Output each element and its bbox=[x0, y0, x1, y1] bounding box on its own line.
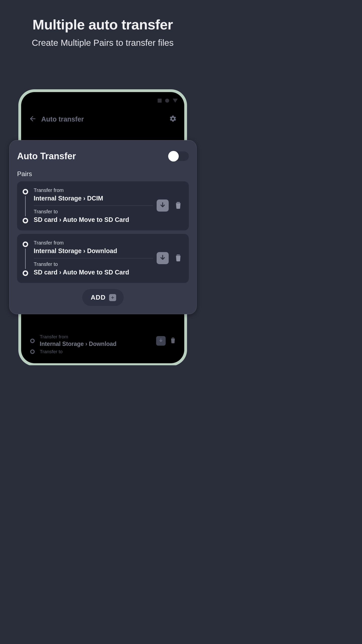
from-path[interactable]: Internal Storage › DCIM bbox=[34, 195, 153, 205]
step-dot-icon bbox=[23, 189, 28, 194]
delete-pair-button[interactable] bbox=[173, 253, 183, 263]
plus-icon bbox=[109, 294, 116, 301]
camera-punchhole bbox=[26, 98, 35, 107]
marketing-heading: Multiple auto transfer Create Multiple P… bbox=[0, 0, 205, 48]
download-icon[interactable] bbox=[156, 336, 166, 346]
appbar-title: Auto transfer bbox=[41, 115, 165, 123]
arrow-down-icon bbox=[159, 202, 166, 210]
transfer-now-button[interactable] bbox=[157, 199, 169, 212]
trash-icon bbox=[174, 253, 183, 263]
trash-icon[interactable] bbox=[169, 336, 177, 345]
pair-card: Transfer from Internal Storage › Downloa… bbox=[17, 234, 189, 283]
bg-from-path: Internal Storage › Download bbox=[40, 341, 151, 347]
background-pair-peek: Transfer from Internal Storage › Downloa… bbox=[29, 334, 177, 356]
delete-pair-button[interactable] bbox=[173, 200, 183, 211]
step-dot-icon bbox=[30, 339, 35, 343]
status-bar bbox=[21, 92, 184, 103]
from-label: Transfer from bbox=[34, 187, 153, 193]
toggle-knob bbox=[168, 151, 179, 162]
divider bbox=[34, 258, 153, 258]
nav-back-icon bbox=[173, 99, 178, 103]
step-dot-icon bbox=[23, 242, 28, 247]
step-indicator bbox=[23, 187, 28, 223]
add-pair-button[interactable]: ADD bbox=[82, 289, 124, 306]
step-connector bbox=[25, 196, 26, 216]
step-dot-icon bbox=[23, 218, 28, 223]
transfer-now-button[interactable] bbox=[157, 252, 169, 264]
heading-title: Multiple auto transfer bbox=[0, 16, 205, 33]
gear-icon[interactable] bbox=[169, 115, 177, 124]
bg-from-label: Transfer from bbox=[40, 334, 151, 340]
step-indicator bbox=[23, 240, 28, 276]
from-path[interactable]: Internal Storage › Download bbox=[34, 247, 153, 258]
panel-title: Auto Transfer bbox=[17, 151, 76, 162]
status-icons bbox=[158, 99, 178, 103]
to-label: Transfer to bbox=[34, 261, 153, 267]
nav-home-icon bbox=[165, 99, 169, 103]
arrow-down-icon bbox=[159, 254, 166, 262]
step-connector bbox=[25, 249, 26, 269]
pairs-section-label: Pairs bbox=[17, 170, 189, 178]
auto-transfer-panel: Auto Transfer Pairs Transfer from Intern… bbox=[9, 140, 197, 314]
divider bbox=[34, 206, 153, 206]
back-arrow-icon[interactable] bbox=[29, 115, 37, 124]
from-label: Transfer from bbox=[34, 240, 153, 246]
to-label: Transfer to bbox=[34, 209, 153, 215]
step-dot-icon bbox=[23, 270, 28, 276]
nav-recent-icon bbox=[158, 99, 162, 103]
bg-to-label: Transfer to bbox=[40, 349, 63, 354]
pair-card: Transfer from Internal Storage › DCIM Tr… bbox=[17, 181, 189, 230]
auto-transfer-toggle[interactable] bbox=[169, 151, 189, 161]
step-dot-icon bbox=[30, 349, 35, 354]
app-bar: Auto transfer bbox=[21, 103, 184, 126]
trash-icon bbox=[174, 200, 183, 211]
add-label: ADD bbox=[91, 294, 106, 301]
to-path[interactable]: SD card › Auto Move to SD Card bbox=[34, 269, 153, 276]
to-path[interactable]: SD card › Auto Move to SD Card bbox=[34, 216, 153, 223]
heading-subtitle: Create Multiple Pairs to transfer files bbox=[0, 38, 205, 48]
